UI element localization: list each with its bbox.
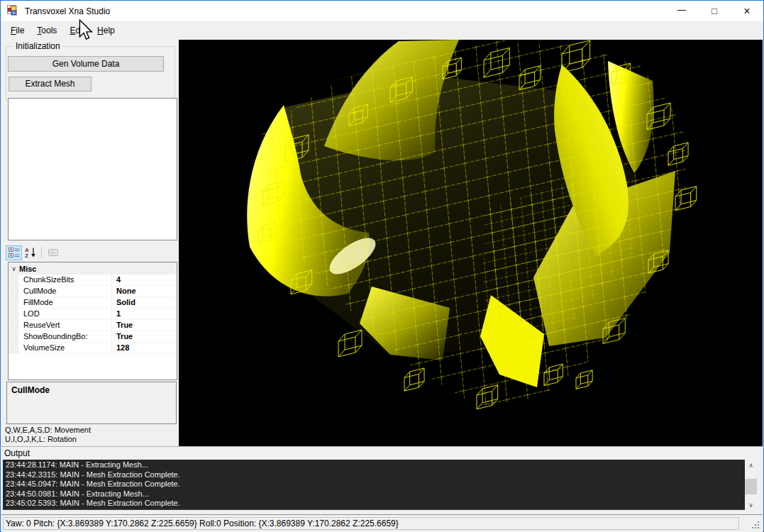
3d-viewport[interactable] xyxy=(179,40,763,446)
log-line: 23:44:45.0947: MAIN - Mesh Extraction Co… xyxy=(6,480,745,489)
property-rows: ChunkSizeBits 4 CullMode None FillMode S… xyxy=(9,275,177,354)
menu-help[interactable]: Help xyxy=(91,21,121,40)
property-pages-icon xyxy=(48,248,59,257)
close-button[interactable]: × xyxy=(731,1,763,21)
help-line: U,I,O,J,K,L: Rotation xyxy=(5,435,91,444)
scroll-down-icon[interactable]: ∨ xyxy=(745,499,757,510)
output-scrollbar[interactable]: ∧ ∨ xyxy=(745,460,757,510)
minimize-button[interactable]: — xyxy=(665,1,698,21)
svg-text:Z: Z xyxy=(25,253,28,258)
property-row[interactable]: ShowBoundingBo: True xyxy=(9,331,177,343)
status-bar: Yaw: 0 Pitch: {X:3.869389 Y:170.2862 Z:2… xyxy=(1,514,763,532)
menu-edit[interactable]: Edit xyxy=(63,21,91,40)
property-name: ShowBoundingBo: xyxy=(18,331,112,342)
scrollbar-thumb[interactable] xyxy=(745,479,757,494)
property-name: ChunkSizeBits xyxy=(18,275,112,285)
control-panel: Initialization Gen Volume Data Extract M… xyxy=(1,40,179,446)
log-line: 23:44:42.3315: MAIN - Mesh Extraction Co… xyxy=(6,470,745,480)
groupbox-title: Initialization xyxy=(13,41,63,51)
category-collapse-icon[interactable]: ∨ xyxy=(9,265,19,272)
app-icon xyxy=(7,5,20,17)
property-name: FillMode xyxy=(18,297,112,308)
property-name: ReuseVert xyxy=(18,320,112,331)
empty-listbox[interactable] xyxy=(8,98,177,240)
output-log[interactable]: 23:44:28.1174: MAIN - Extracting Mesh...… xyxy=(3,460,745,510)
titlebar[interactable]: Transvoxel Xna Studio — □ × xyxy=(1,1,763,21)
property-grid-toolbar: A Z xyxy=(6,245,61,260)
maximize-icon: □ xyxy=(712,6,717,16)
minimize-icon: — xyxy=(677,5,686,15)
property-value[interactable]: 1 xyxy=(112,309,177,319)
initialization-groupbox: Initialization xyxy=(6,46,175,100)
gen-volume-data-button[interactable]: Gen Volume Data xyxy=(8,56,164,72)
property-row[interactable]: FillMode Solid xyxy=(9,297,177,309)
maximize-button[interactable]: □ xyxy=(698,1,731,21)
app-window: Transvoxel Xna Studio — □ × File Tools E… xyxy=(0,0,764,532)
log-line: 23:45:02.5393: MAIN - Mesh Extraction Co… xyxy=(6,499,745,509)
log-line: 23:44:50.0981: MAIN - Extracting Mesh... xyxy=(6,489,745,499)
property-row[interactable]: VolumeSize 128 xyxy=(9,343,177,354)
keyboard-help: Q,W,E,A,S,D: MovementU,I,O,J,K,L: Rotati… xyxy=(5,426,91,444)
property-value[interactable]: Solid xyxy=(112,297,177,308)
property-name: LOD xyxy=(18,309,112,319)
property-value[interactable]: 4 xyxy=(112,275,177,285)
close-icon: × xyxy=(743,5,750,18)
property-value[interactable]: True xyxy=(112,320,177,331)
menu-tools[interactable]: Tools xyxy=(31,21,63,40)
extract-mesh-button[interactable]: Extract Mesh xyxy=(9,77,92,92)
property-value[interactable]: None xyxy=(112,286,177,297)
resize-grip-icon[interactable] xyxy=(751,521,760,529)
property-row[interactable]: ReuseVert True xyxy=(9,320,177,331)
property-row[interactable]: LOD 1 xyxy=(9,309,177,320)
property-value[interactable]: True xyxy=(112,331,177,342)
property-pages-button[interactable] xyxy=(45,245,61,260)
property-row[interactable]: CullMode None xyxy=(9,286,177,297)
category-label: Misc xyxy=(19,265,36,273)
help-line: Q,W,E,A,S,D: Movement xyxy=(5,426,91,435)
property-description-panel: CullMode xyxy=(6,382,177,424)
alphabetical-sort-button[interactable]: A Z xyxy=(22,245,38,260)
camera-status-text: Yaw: 0 Pitch: {X:3.869389 Y:170.2862 Z:2… xyxy=(4,519,399,528)
az-sort-icon: A Z xyxy=(25,247,36,258)
toolbar-separator xyxy=(41,247,42,258)
categorized-view-button[interactable] xyxy=(6,245,22,260)
property-category-row[interactable]: ∨ Misc xyxy=(9,262,177,275)
output-title: Output xyxy=(1,447,763,459)
property-value[interactable]: 128 xyxy=(112,343,177,353)
status-panel: Yaw: 0 Pitch: {X:3.869389 Y:170.2862 Z:2… xyxy=(3,517,739,530)
log-line: 23:44:28.1174: MAIN - Extracting Mesh... xyxy=(6,460,745,470)
window-title: Transvoxel Xna Studio xyxy=(25,6,110,16)
categorized-icon xyxy=(9,247,20,258)
property-name: VolumeSize xyxy=(18,343,112,353)
output-panel: Output 23:44:28.1174: MAIN - Extracting … xyxy=(1,446,763,514)
scroll-up-icon[interactable]: ∧ xyxy=(745,460,757,470)
property-grid: ∨ Misc ChunkSizeBits 4 CullMode None xyxy=(8,262,177,380)
menu-bar: File Tools Edit Help xyxy=(1,21,763,40)
selected-property-name: CullMode xyxy=(7,382,176,395)
property-name: CullMode xyxy=(18,286,112,297)
property-row[interactable]: ChunkSizeBits 4 xyxy=(9,275,177,286)
menu-file[interactable]: File xyxy=(4,21,31,40)
